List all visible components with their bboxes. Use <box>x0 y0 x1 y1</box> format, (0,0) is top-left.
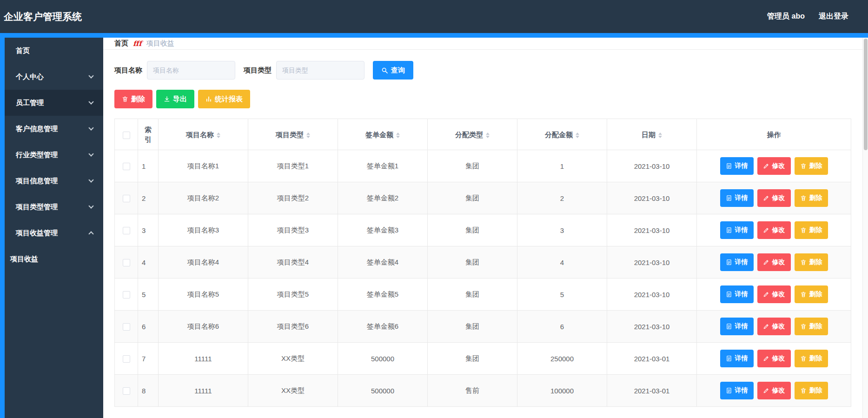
edit-button[interactable]: 修改 <box>757 285 791 303</box>
chevron-down-icon <box>88 125 93 130</box>
detail-button[interactable]: 详情 <box>720 318 754 335</box>
edit-button[interactable]: 修改 <box>757 157 791 175</box>
document-icon <box>726 387 732 394</box>
cell-alloc-amount: 6 <box>517 311 607 343</box>
breadcrumb-home[interactable]: 首页 <box>114 39 128 48</box>
column-header-2[interactable]: 项目类型 <box>248 119 338 150</box>
sidebar-item-3[interactable]: 客户信息管理 <box>5 116 103 142</box>
sidebar-menu: 首页 个人中心 员工管理 客户信息管理 行业类型管理 项目信息管理 项目类型管理… <box>5 38 103 246</box>
row-checkbox[interactable] <box>123 163 130 170</box>
sidebar-item-0[interactable]: 首页 <box>5 38 103 64</box>
row-delete-button[interactable]: 删除 <box>795 189 828 207</box>
chevron-down-icon <box>88 203 93 208</box>
trash-icon <box>800 355 807 362</box>
cell-alloc-type: 集团 <box>428 182 517 214</box>
detail-button[interactable]: 详情 <box>720 350 754 367</box>
sidebar-item-6[interactable]: 项目类型管理 <box>5 194 103 220</box>
document-icon <box>726 259 732 265</box>
export-button[interactable]: 导出 <box>156 90 194 108</box>
cell-project-name: 项目名称6 <box>159 311 248 343</box>
document-icon <box>726 163 732 169</box>
cell-project-type: 项目类型3 <box>248 214 338 246</box>
edit-button[interactable]: 修改 <box>757 221 791 239</box>
column-header-4[interactable]: 分配类型 <box>428 119 517 150</box>
search-button[interactable]: 查询 <box>373 61 413 80</box>
sort-carets-icon[interactable] <box>576 133 579 138</box>
logout-link[interactable]: 退出登录 <box>819 12 848 21</box>
edit-button[interactable]: 修改 <box>757 350 791 367</box>
column-header-6[interactable]: 日期 <box>607 119 697 150</box>
sort-carets-icon[interactable] <box>658 133 662 138</box>
edit-button[interactable]: 修改 <box>757 318 791 335</box>
edit-button[interactable]: 修改 <box>757 382 791 399</box>
pencil-icon <box>763 163 769 169</box>
pencil-icon <box>763 195 769 201</box>
column-header-5[interactable]: 分配金额 <box>517 119 607 150</box>
row-select-cell <box>115 375 138 407</box>
delete-button[interactable]: 删除 <box>114 90 152 108</box>
select-all-checkbox[interactable] <box>123 132 130 139</box>
cell-project-type: 项目类型6 <box>248 311 338 343</box>
accent-bar <box>0 33 868 38</box>
cell-project-name: 项目名称1 <box>159 150 248 182</box>
sort-carets-icon[interactable] <box>486 133 490 138</box>
cell-alloc-type: 集团 <box>428 246 517 279</box>
detail-button[interactable]: 详情 <box>720 189 754 207</box>
row-checkbox[interactable] <box>123 323 130 331</box>
row-delete-button[interactable]: 删除 <box>795 253 828 271</box>
scrollbar-thumb[interactable] <box>864 39 868 150</box>
data-table: 索引项目名称项目类型签单金额分配类型分配金额日期操作 1 项目名称1 项目类型1… <box>114 119 851 407</box>
edit-button[interactable]: 修改 <box>757 189 791 207</box>
sort-carets-icon[interactable] <box>217 133 220 138</box>
report-button[interactable]: 统计报表 <box>198 90 250 108</box>
filter-bar: 项目名称 项目类型 查询 <box>114 61 851 80</box>
cell-sign-amount: 500000 <box>338 343 428 375</box>
sort-carets-icon[interactable] <box>396 133 400 138</box>
project-name-input[interactable] <box>147 61 235 80</box>
sidebar-item-2[interactable]: 员工管理 <box>5 90 103 116</box>
cell-alloc-type: 售前 <box>428 375 517 407</box>
row-checkbox[interactable] <box>123 355 130 363</box>
row-delete-button[interactable]: 删除 <box>795 318 828 335</box>
cell-project-type: 项目类型4 <box>248 246 338 279</box>
cell-index: 1 <box>138 150 159 182</box>
scrollbar[interactable] <box>862 38 868 418</box>
cell-index: 5 <box>138 279 159 311</box>
sidebar-item-5[interactable]: 项目信息管理 <box>5 168 103 194</box>
report-button-label: 统计报表 <box>215 95 243 104</box>
detail-button[interactable]: 详情 <box>720 157 754 175</box>
trash-icon <box>800 163 807 169</box>
row-checkbox[interactable] <box>123 259 130 266</box>
row-delete-button[interactable]: 删除 <box>795 285 828 303</box>
detail-button[interactable]: 详情 <box>720 221 754 239</box>
sidebar-item-7[interactable]: 项目收益管理 <box>5 220 103 246</box>
row-select-cell <box>115 246 138 279</box>
main-panel: 首页 fff 项目收益 项目名称 项目类型 查询 <box>103 38 862 418</box>
row-delete-button[interactable]: 删除 <box>795 382 828 399</box>
detail-button[interactable]: 详情 <box>720 285 754 303</box>
detail-button[interactable]: 详情 <box>720 382 754 399</box>
cell-alloc-amount: 100000 <box>517 375 607 407</box>
sidebar-item-1[interactable]: 个人中心 <box>5 64 103 90</box>
sort-carets-icon[interactable] <box>306 133 310 138</box>
edit-button[interactable]: 修改 <box>757 253 791 271</box>
row-delete-button[interactable]: 删除 <box>795 221 828 239</box>
cell-project-name: 项目名称3 <box>159 214 248 246</box>
column-header-3[interactable]: 签单金额 <box>338 119 428 150</box>
row-checkbox[interactable] <box>123 291 130 299</box>
detail-button[interactable]: 详情 <box>720 253 754 271</box>
row-checkbox[interactable] <box>123 387 130 395</box>
app-title: 企业客户管理系统 <box>4 10 82 23</box>
chevron-down-icon <box>88 151 93 156</box>
sidebar-item-4[interactable]: 行业类型管理 <box>5 142 103 168</box>
sidebar-subitem-project-income[interactable]: 项目收益 <box>5 246 103 272</box>
row-delete-button[interactable]: 删除 <box>795 350 828 367</box>
row-checkbox[interactable] <box>123 227 130 234</box>
row-checkbox[interactable] <box>123 195 130 202</box>
row-delete-button[interactable]: 删除 <box>795 157 828 175</box>
current-user[interactable]: 管理员 abo <box>767 12 805 21</box>
project-type-input[interactable] <box>276 61 364 80</box>
trash-icon <box>800 387 807 394</box>
column-header-1[interactable]: 项目名称 <box>159 119 248 150</box>
row-select-cell <box>115 182 138 214</box>
